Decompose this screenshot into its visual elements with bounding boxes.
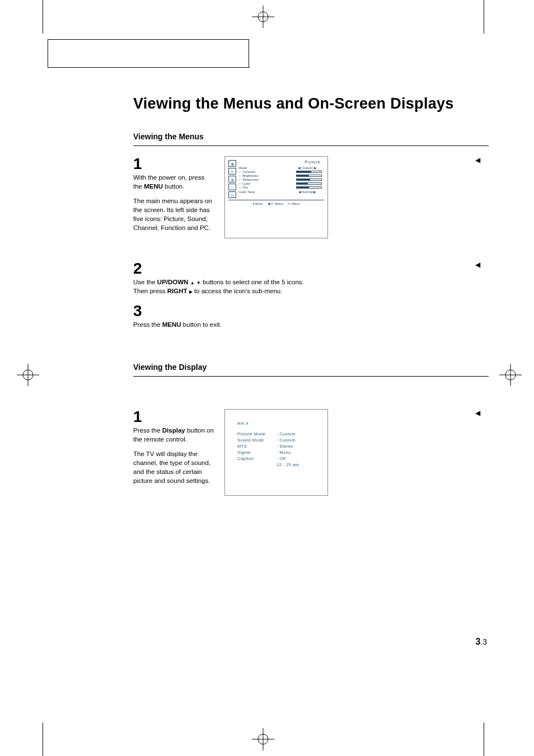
crop-mark bbox=[484, 722, 484, 756]
registration-mark bbox=[252, 728, 274, 750]
osd-icon-strip: ▦ ≡ ▥ ··· ▭ bbox=[228, 160, 236, 198]
divider bbox=[133, 376, 489, 377]
display-step1-text: 1 Press the Display button on the remote… bbox=[133, 409, 214, 496]
header-box bbox=[48, 39, 249, 67]
margin-arrow-icon: ◀ bbox=[475, 156, 480, 164]
osd-display-info: Ant 4 Picture Mode: CustomSound Mode: Cu… bbox=[224, 409, 328, 496]
osd-title: Picture bbox=[238, 160, 324, 164]
picture-icon: ▦ bbox=[228, 160, 236, 167]
step-number: 3 bbox=[133, 303, 312, 319]
osd2-row: Caption: Off bbox=[237, 456, 315, 461]
section-heading-menus: Viewing the Menus bbox=[133, 132, 487, 141]
crop-mark bbox=[484, 0, 484, 34]
step-number: 1 bbox=[133, 409, 214, 425]
divider bbox=[133, 145, 489, 146]
step-number: 1 bbox=[133, 156, 214, 172]
crop-mark bbox=[43, 722, 43, 756]
osd2-row: 12 : 25 am bbox=[237, 462, 315, 467]
step2-block: ◀ 2 Use the UP/DOWN buttons to select on… bbox=[133, 261, 368, 295]
osd-picture-menu: ▦ ≡ ▥ ··· ▭ Picture Mode◀ Custom ▶ ☼ Con… bbox=[224, 156, 328, 238]
osd-footer: ♦ Move ◀ ↵ Select ▭ Menu bbox=[228, 200, 324, 205]
right-arrow-icon bbox=[189, 288, 193, 294]
osd2-row: Sound Mode: Custom bbox=[237, 438, 315, 443]
page-content: Viewing the Menus and On-Screen Displays… bbox=[48, 39, 487, 518]
registration-mark bbox=[499, 364, 522, 386]
margin-arrow-icon: ◀ bbox=[475, 409, 480, 417]
margin-arrow-icon: ◀ bbox=[475, 261, 480, 269]
section-heading-display: Viewing the Display bbox=[133, 363, 487, 372]
step3-block: 3 Press the MENU button to exit. bbox=[133, 303, 368, 329]
registration-mark bbox=[17, 364, 39, 386]
crop-mark bbox=[43, 0, 43, 34]
step-number: 2 bbox=[133, 261, 312, 276]
osd2-header: Ant 4 bbox=[237, 421, 315, 426]
osd2-row: Signal: Mono bbox=[237, 450, 315, 455]
channel-icon: ▥ bbox=[228, 176, 236, 182]
down-arrow-icon bbox=[196, 279, 201, 285]
up-arrow-icon bbox=[190, 279, 195, 285]
page-number: 3.3 bbox=[475, 637, 487, 647]
sound-icon: ≡ bbox=[228, 168, 236, 175]
pc-icon: ▭ bbox=[228, 191, 236, 198]
display-step1-block: ◀ 1 Press the Display button on the remo… bbox=[133, 409, 368, 496]
page-title: Viewing the Menus and On-Screen Displays bbox=[133, 95, 487, 112]
step1-block: ◀ 1 With the power on, press the MENU bu… bbox=[133, 156, 368, 238]
osd2-row: Picture Mode: Custom bbox=[237, 431, 315, 436]
function-icon: ··· bbox=[228, 184, 236, 190]
osd2-row: MTS: Stereo bbox=[237, 444, 315, 449]
registration-mark bbox=[252, 6, 274, 28]
step1-text: 1 With the power on, press the MENU butt… bbox=[133, 156, 214, 238]
